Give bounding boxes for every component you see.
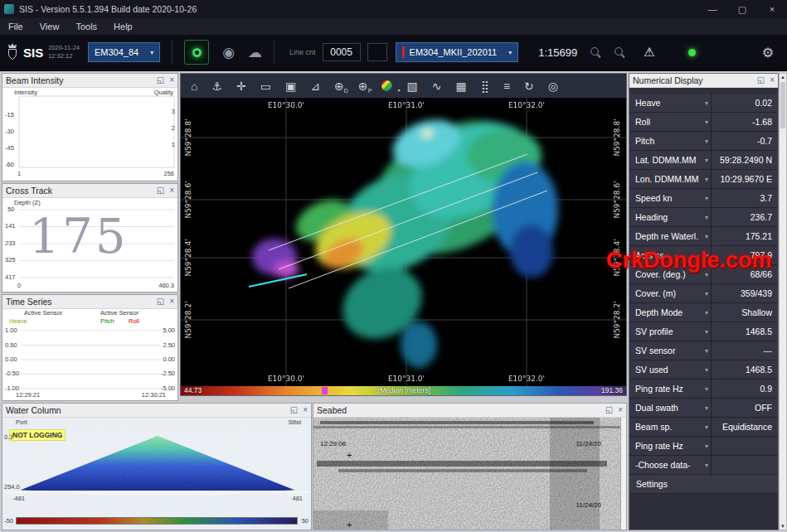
close-icon[interactable]: × (618, 406, 623, 414)
vessel-icon[interactable]: ⚓ (211, 80, 222, 92)
sounder-select[interactable]: EM304_84▾ (88, 42, 160, 62)
numeric-row: Heave▾0.02 (629, 94, 778, 113)
profile-icon[interactable]: ∿ (432, 80, 442, 92)
numeric-field-selector[interactable]: SV profile▾ (629, 322, 712, 341)
maximize-button[interactable]: ▢ (727, 0, 757, 18)
menu-tools[interactable]: Tools (67, 22, 105, 31)
numeric-field-selector[interactable]: Speed kn▾ (629, 189, 712, 207)
menu-file[interactable]: File (0, 22, 32, 31)
numeric-field-selector[interactable]: Depth Mode▾ (629, 303, 712, 322)
sensor-header: Active Sensor (24, 310, 62, 317)
numeric-row: Depth Mode▾Shallow (629, 303, 778, 322)
menu-help[interactable]: Help (105, 22, 141, 31)
refresh-icon[interactable]: ↻ (524, 80, 534, 92)
screenshot-icon[interactable]: ▣ (285, 80, 296, 92)
numeric-field-selector[interactable]: -Choose data-▾ (629, 456, 712, 474)
color-setup-icon[interactable] (381, 80, 392, 91)
numeric-value (712, 437, 778, 455)
numeric-value: 3.7 (712, 189, 778, 207)
record-icon[interactable]: ◉ (222, 46, 235, 60)
seabed-scroll-strip[interactable] (620, 418, 626, 530)
svg-text:N59°28.8': N59°28.8' (184, 118, 192, 156)
svg-text:E10°30.0': E10°30.0' (268, 375, 304, 383)
numeric-field-selector[interactable]: SV sensor▾ (629, 341, 712, 360)
numeric-field-selector[interactable]: SV used▾ (629, 360, 712, 379)
map-view[interactable]: E10°30.0' E10°31.0' E10°32.0' E10°30.0' … (181, 98, 626, 386)
pan-icon[interactable]: ✛ (236, 80, 246, 92)
numerical-display-body: Heave▾0.02Roll▾-1.68Pitch▾-0.7Lat. DDMM.… (629, 88, 778, 530)
detach-icon[interactable]: ◱ (757, 76, 765, 85)
numeric-row: SV sensor▾--- (629, 341, 778, 360)
chevron-down-icon: ▾ (705, 423, 708, 431)
detach-icon[interactable]: ◱ (605, 406, 613, 414)
close-button[interactable]: × (757, 0, 787, 18)
anchor-d-icon[interactable]: ⊕D (334, 80, 344, 92)
scrollbar-thumb[interactable] (780, 82, 785, 128)
marker-icon[interactable]: ◎ (548, 80, 558, 92)
detach-icon[interactable]: ◱ (157, 297, 164, 306)
numeric-field-selector[interactable]: Dual swath▾ (629, 399, 712, 417)
settings-gear-icon[interactable]: ⚙ (762, 45, 774, 60)
scroll-down-icon[interactable]: ▼ (780, 524, 786, 529)
rotate-3d-icon[interactable]: ▧ (406, 80, 417, 92)
toolbar-separator (274, 41, 274, 64)
contours-icon[interactable]: ≡ (503, 80, 510, 92)
toolbar-separator (172, 41, 172, 64)
svg-text:N59°28.2': N59°28.2' (184, 301, 192, 338)
alert-triangle-icon[interactable]: ⚠ (644, 45, 654, 60)
numeric-field-selector[interactable]: Depth re Waterl.▾ (629, 227, 712, 245)
numeric-value: -1.68 (712, 113, 778, 131)
settings-button[interactable]: Settings (629, 475, 778, 494)
detach-icon[interactable]: ◱ (290, 406, 298, 414)
center-on-vessel-icon[interactable]: ⌂ (191, 80, 197, 92)
minimize-button[interactable]: — (697, 0, 727, 18)
detach-icon[interactable]: ◱ (157, 186, 164, 195)
scroll-up-icon[interactable]: ▲ (780, 75, 786, 80)
zoom-area-icon[interactable]: ▭ (260, 80, 271, 92)
close-icon[interactable]: × (169, 297, 174, 306)
numeric-field-selector[interactable]: Heading▾ (629, 208, 712, 226)
close-icon[interactable]: × (770, 76, 775, 85)
pinging-button[interactable] (184, 40, 209, 65)
tick-label: 5.00 (163, 327, 175, 334)
zoom-in-icon[interactable] (590, 47, 601, 58)
soundings-icon[interactable]: ⣿ (481, 80, 489, 92)
survey-select[interactable]: EM304_MKII_202011▾ (396, 42, 519, 62)
close-icon[interactable]: × (169, 76, 174, 85)
ping-timestamp: 12:29:06 (320, 441, 346, 447)
chevron-down-icon: ▾ (705, 404, 708, 412)
numeric-field-selector[interactable]: Lat. DDMM.MM▾ (629, 151, 712, 169)
legend-pitch: Pitch (100, 318, 114, 325)
chevron-down-icon: ▾ (705, 138, 708, 145)
svg-text:N59°28.4': N59°28.4' (184, 239, 192, 276)
numeric-field-selector[interactable]: Beam sp.▾ (629, 418, 712, 436)
title-bar: SIS - Version 5.5.1.394 Build date 2020-… (0, 0, 787, 18)
tick-label: 2.50 (163, 342, 175, 349)
tick-label: 2 (172, 125, 175, 132)
grid-cells-icon[interactable]: ▦ (455, 80, 466, 92)
zoom-out-icon[interactable] (615, 47, 625, 58)
numeric-field-selector[interactable]: Heave▾ (629, 94, 712, 112)
crack-watermark: CrkDongle.com (606, 248, 772, 273)
numeric-row: Speed kn▾3.7 (629, 189, 778, 208)
numeric-field-selector[interactable]: Roll▾ (629, 113, 712, 131)
numeric-field-selector[interactable]: Pitch▾ (629, 132, 712, 150)
panel-header: Numerical Display ◱ × (629, 74, 778, 88)
chevron-down-icon: ▾ (150, 49, 153, 56)
water-column-colorbar (16, 517, 298, 525)
measure-icon[interactable]: ⊿ (310, 80, 320, 92)
tick-label: 417 (5, 274, 16, 281)
detach-icon[interactable]: ◱ (157, 76, 164, 85)
anchor-p-icon[interactable]: ⊕P (358, 80, 368, 92)
upload-cloud-icon[interactable]: ☁ (248, 46, 262, 60)
numeric-field-selector[interactable]: Ping rate Hz▾ (629, 380, 712, 398)
close-icon[interactable]: × (303, 406, 308, 414)
numeric-field-selector[interactable]: Lon. DDMM.MM▾ (629, 170, 712, 188)
ping-active-icon (192, 48, 202, 57)
numeric-field-selector[interactable]: Ping rate Hz▾ (629, 437, 712, 455)
close-icon[interactable]: × (169, 186, 174, 195)
colorbar-marker (322, 387, 328, 394)
vertical-scrollbar[interactable]: ▲ ▼ (779, 73, 787, 530)
menu-view[interactable]: View (32, 22, 68, 31)
numeric-field-selector[interactable]: Cover. (m)▾ (629, 284, 712, 302)
